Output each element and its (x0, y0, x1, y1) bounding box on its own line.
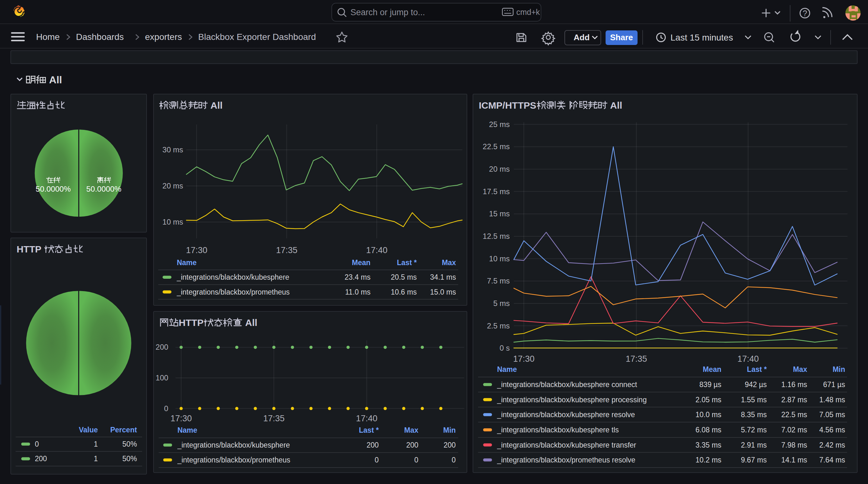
svg-text:17:40: 17:40 (356, 414, 377, 423)
svg-text:17:35: 17:35 (263, 414, 285, 423)
svg-text:Mean: Mean (703, 365, 721, 373)
svg-text:Share: Share (610, 33, 633, 42)
svg-text:34.1 ms: 34.1 ms (430, 273, 456, 281)
svg-text:50%: 50% (123, 440, 137, 448)
svg-text:Add: Add (574, 33, 590, 42)
svg-text:exporters: exporters (145, 32, 182, 42)
svg-text:Last *: Last * (747, 365, 767, 373)
svg-text:HTTP: HTTP (17, 244, 44, 254)
svg-text:Max: Max (442, 258, 456, 267)
svg-text:7.02 ms: 7.02 ms (781, 426, 807, 434)
svg-text:23.4 ms: 23.4 ms (344, 273, 370, 281)
svg-text:5.72 ms: 5.72 ms (741, 426, 767, 434)
svg-text:cmd+k: cmd+k (516, 8, 540, 17)
svg-text:8.35 ms: 8.35 ms (741, 410, 767, 419)
svg-text:10.2 ms: 10.2 ms (695, 456, 721, 464)
svg-text:_integrations/blackbox/kubesph: _integrations/blackbox/kubesphere tls (497, 426, 619, 434)
svg-text:HTTP: HTTP (179, 317, 203, 328)
svg-text:All: All (46, 74, 62, 86)
svg-text:12.5 ms: 12.5 ms (483, 232, 510, 240)
svg-text:200: 200 (367, 441, 379, 449)
svg-text:Name: Name (177, 426, 197, 434)
svg-text:20 ms: 20 ms (489, 165, 510, 173)
svg-text:_integrations/blackbox/kubesph: _integrations/blackbox/kubesphere resolv… (497, 410, 635, 419)
svg-text:10 ms: 10 ms (162, 218, 183, 226)
svg-text:Max: Max (793, 365, 807, 373)
svg-text:50.0000%: 50.0000% (36, 185, 71, 193)
svg-text:Max: Max (404, 426, 418, 434)
svg-text:15.0 ms: 15.0 ms (430, 288, 456, 296)
svg-text:17:40: 17:40 (737, 354, 759, 364)
svg-text:1: 1 (94, 455, 98, 463)
svg-text:1.48 ms: 1.48 ms (819, 396, 845, 404)
svg-text:4.56 ms: 4.56 ms (819, 426, 845, 434)
svg-text:200: 200 (406, 441, 418, 449)
svg-text:Last *: Last * (397, 258, 416, 267)
svg-text:All: All (208, 100, 222, 111)
svg-text:17:30: 17:30 (513, 354, 535, 364)
svg-text:?: ? (803, 9, 807, 18)
svg-text:22.5 ms: 22.5 ms (483, 142, 510, 151)
svg-text:10 ms: 10 ms (489, 254, 510, 263)
svg-text:_integrations/blackbox/kubesph: _integrations/blackbox/kubesphere connec… (497, 380, 637, 389)
svg-text:_integrations/blackbox/prometh: _integrations/blackbox/prometheus resolv… (497, 456, 635, 464)
svg-text:2.5 ms: 2.5 ms (487, 321, 510, 330)
svg-text:7.64 ms: 7.64 ms (819, 456, 845, 464)
svg-text:All: All (608, 100, 622, 111)
svg-text:25 ms: 25 ms (489, 120, 510, 129)
svg-text:3.35 ms: 3.35 ms (695, 441, 721, 449)
svg-text:_integrations/blackbox/kubesph: _integrations/blackbox/kubesphere proces… (497, 396, 647, 404)
svg-text:20 ms: 20 ms (162, 181, 183, 190)
svg-text:1: 1 (94, 440, 98, 448)
svg-text:ICMP/HTTPS: ICMP/HTTPS (478, 100, 536, 111)
svg-text:7.98 ms: 7.98 ms (781, 441, 807, 449)
svg-text:17.5 ms: 17.5 ms (483, 187, 510, 196)
svg-text:Last *: Last * (359, 426, 379, 434)
svg-text:Value: Value (79, 426, 98, 434)
svg-text:Percent: Percent (110, 426, 137, 434)
svg-text:Last 15 minutes: Last 15 minutes (671, 33, 733, 42)
svg-text:_integrations/blackbox/prometh: _integrations/blackbox/prometheus (177, 456, 290, 464)
svg-text:100: 100 (155, 373, 168, 382)
svg-text:2.05 ms: 2.05 ms (695, 396, 721, 404)
svg-text:20.5 ms: 20.5 ms (391, 273, 416, 281)
svg-text:14.1 ms: 14.1 ms (781, 456, 807, 464)
svg-text:839 µs: 839 µs (699, 380, 721, 389)
svg-text:10.6 ms: 10.6 ms (391, 288, 416, 296)
svg-text:50%: 50% (123, 455, 137, 463)
svg-text:17:30: 17:30 (170, 414, 192, 423)
svg-text:_integrations/blackbox/kubesph: _integrations/blackbox/kubesphere (176, 273, 289, 281)
svg-text:0: 0 (35, 440, 39, 448)
svg-text:_integrations/blackbox/kubesph: _integrations/blackbox/kubesphere (177, 441, 290, 449)
svg-text:Search or jump to...: Search or jump to... (350, 8, 425, 17)
svg-text:200: 200 (155, 343, 168, 351)
svg-text:17:35: 17:35 (625, 354, 647, 364)
svg-text:22.5 ms: 22.5 ms (781, 410, 807, 419)
svg-text:6.08 ms: 6.08 ms (695, 426, 721, 434)
svg-text:2.42 ms: 2.42 ms (819, 441, 845, 449)
svg-text:17:30: 17:30 (186, 246, 207, 255)
svg-text:0: 0 (414, 456, 418, 464)
svg-text:Name: Name (497, 365, 517, 373)
svg-text:Home: Home (36, 32, 60, 42)
svg-text:All: All (243, 317, 257, 328)
svg-text:30 ms: 30 ms (162, 145, 183, 154)
svg-text:1.16 ms: 1.16 ms (781, 380, 807, 389)
svg-text:10.0 ms: 10.0 ms (695, 410, 721, 419)
svg-text:0: 0 (164, 404, 168, 412)
svg-text:Name: Name (177, 258, 196, 267)
svg-text:Blackbox Exporter Dashboard: Blackbox Exporter Dashboard (198, 32, 316, 42)
svg-text:0: 0 (374, 456, 379, 464)
svg-text:11.0 ms: 11.0 ms (345, 288, 370, 296)
svg-text:_integrations/blackbox/prometh: _integrations/blackbox/prometheus (176, 288, 290, 296)
svg-text:Dashboards: Dashboards (76, 32, 124, 42)
svg-text:7.05 ms: 7.05 ms (819, 410, 845, 419)
svg-text:15 ms: 15 ms (489, 209, 510, 218)
svg-text:200: 200 (35, 455, 47, 463)
svg-text:200: 200 (443, 441, 456, 449)
svg-text:2.87 ms: 2.87 ms (781, 396, 807, 404)
svg-text:50.0000%: 50.0000% (86, 185, 122, 193)
svg-text:671 µs: 671 µs (823, 380, 845, 389)
svg-text:2.91 ms: 2.91 ms (741, 441, 767, 449)
svg-text:_integrations/blackbox/kubesph: _integrations/blackbox/kubesphere transf… (497, 441, 636, 449)
